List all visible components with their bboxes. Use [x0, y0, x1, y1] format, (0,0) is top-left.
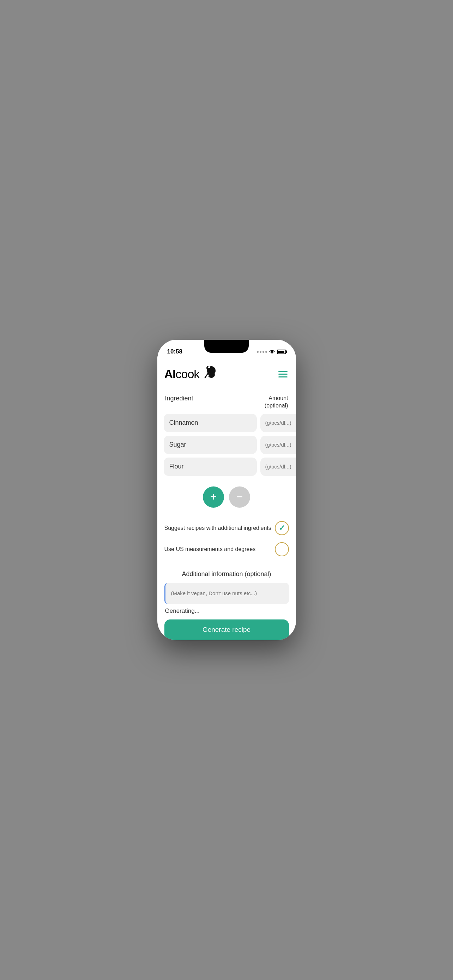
svg-line-3 [205, 374, 208, 378]
additional-section: Additional information (optional) Genera… [157, 570, 296, 640]
status-time: 10:58 [167, 348, 183, 355]
ingredient-input-1[interactable] [164, 414, 257, 432]
option-checkbox-1[interactable]: ✓ [275, 521, 289, 535]
plus-icon: + [210, 490, 217, 503]
status-bar: 10:58 [157, 340, 296, 359]
option-label-2: Use US measurements and degrees [164, 546, 275, 552]
minus-icon: − [236, 490, 243, 503]
status-icons [257, 350, 286, 354]
add-ingredient-button[interactable]: + [203, 487, 224, 508]
ingredient-input-3[interactable] [164, 458, 257, 476]
signal-icon [257, 351, 267, 353]
ingredient-row-2 [164, 436, 290, 454]
ingredient-input-2[interactable] [164, 436, 257, 454]
option-label-1: Suggest recipes with additional ingredie… [164, 525, 275, 531]
hamburger-menu[interactable] [277, 369, 289, 379]
options-section: Suggest recipes with additional ingredie… [157, 514, 296, 570]
ingredients-section: Ingredient Amount(optional) + [157, 389, 296, 514]
phone-frame: 10:58 AIcook [157, 340, 296, 640]
wifi-icon [269, 350, 275, 354]
logo-text: AIcook [164, 367, 200, 381]
column-headers: Ingredient Amount(optional) [164, 395, 290, 410]
ingredient-controls: + − [164, 479, 290, 514]
app-header: AIcook [157, 359, 296, 389]
ingredient-row-1 [164, 414, 290, 432]
battery-icon [277, 350, 286, 354]
remove-ingredient-button[interactable]: − [229, 487, 250, 508]
option-row-1: Suggest recipes with additional ingredie… [164, 521, 289, 535]
chef-icon [201, 364, 220, 384]
additional-label: Additional information (optional) [164, 570, 289, 578]
hamburger-line-1 [278, 371, 288, 372]
hamburger-line-3 [278, 376, 288, 377]
amount-input-1[interactable] [261, 414, 296, 432]
amount-input-2[interactable] [261, 436, 296, 454]
amount-input-3[interactable] [261, 458, 296, 476]
ingredient-row-3 [164, 458, 290, 476]
app-content: AIcook [157, 359, 296, 640]
additional-input[interactable] [164, 583, 289, 604]
option-checkbox-2[interactable] [275, 542, 289, 556]
notch [204, 340, 249, 353]
ingredient-column-header: Ingredient [165, 395, 193, 402]
option-row-2: Use US measurements and degrees [164, 542, 289, 556]
amount-column-header: Amount(optional) [265, 395, 288, 410]
svg-point-5 [208, 366, 210, 368]
checkmark-icon: ✓ [279, 523, 285, 533]
hamburger-line-2 [278, 374, 288, 375]
generate-recipe-button[interactable]: Generate recipe [164, 619, 289, 640]
generating-status: Generating... [164, 608, 289, 614]
logo: AIcook [164, 364, 220, 384]
